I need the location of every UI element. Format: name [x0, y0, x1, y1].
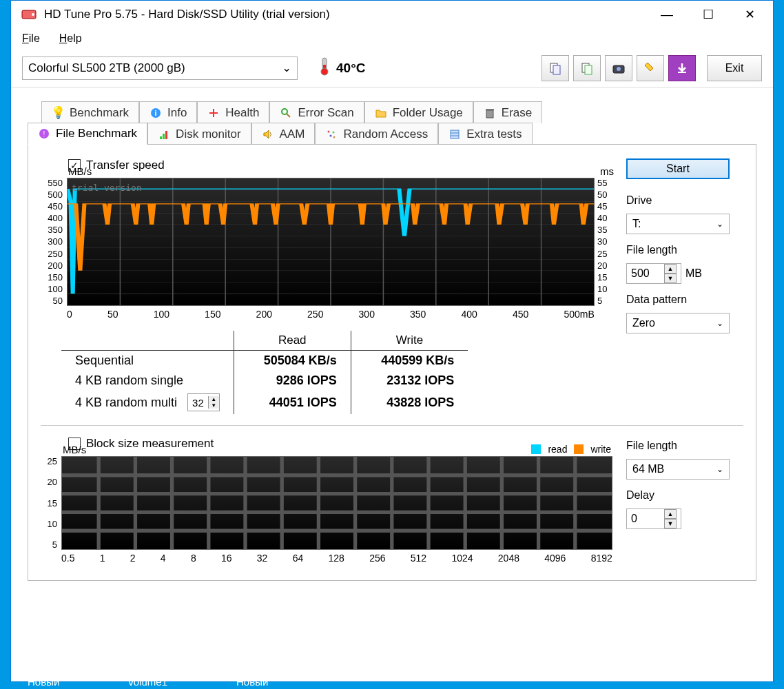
menubar: File Help [11, 28, 773, 49]
transfer-section: ✓ Transfer speed MB/s ms 550500450400350… [41, 158, 615, 414]
speaker-icon [262, 128, 274, 141]
y-axis-right: 555045403530252015105 [595, 178, 615, 306]
svg-point-26 [333, 136, 336, 138]
chevron-down-icon: ⌄ [716, 318, 723, 328]
menu-help[interactable]: Help [59, 32, 82, 45]
desktop-icons: Новый volume1 Новый [28, 676, 268, 688]
y-unit-right: ms [600, 165, 614, 177]
watermark: trial version [72, 183, 142, 193]
extra-icon [448, 128, 461, 141]
transfer-speed-checkbox[interactable]: ✓ Transfer speed [68, 158, 615, 172]
y-axis: 252015105 [41, 456, 60, 550]
svg-point-23 [328, 130, 330, 132]
svg-point-10 [617, 67, 621, 71]
drive-select[interactable]: Colorful SL500 2TB (2000 gB) ⌄ [22, 56, 298, 80]
svg-rect-11 [678, 72, 686, 73]
temperature-value: 40°C [336, 61, 365, 76]
data-pattern-select[interactable]: Zero ⌄ [626, 313, 730, 333]
delay-input[interactable]: 0▲▼ [626, 508, 743, 529]
close-button[interactable]: ✕ [729, 2, 770, 27]
svg-line-15 [287, 114, 290, 117]
svg-point-25 [330, 134, 332, 136]
delay-label: Delay [626, 489, 743, 502]
maximize-button[interactable]: ☐ [688, 2, 729, 27]
drive-letter-select[interactable]: T: ⌄ [626, 214, 730, 234]
toolbar: Colorful SL500 2TB (2000 gB) ⌄ 40°C Exit [11, 49, 773, 88]
folder-icon [375, 107, 387, 119]
copy-text-button[interactable] [573, 55, 601, 81]
tab-file-benchmark[interactable]: ! File Benchmark [28, 123, 147, 145]
tab-disk-monitor[interactable]: Disk monitor [147, 123, 251, 145]
y-unit-left: MB/s [68, 165, 92, 177]
window-controls: — ☐ ✕ [646, 2, 770, 27]
x-axis: 0.512481632641282565121024204840968192 [61, 553, 612, 566]
thermometer-icon [318, 56, 331, 79]
file-length-label: File length [626, 244, 743, 256]
results-header: Read Write [61, 331, 468, 351]
y-axis-left: 55050045040035030025020015010050 [41, 178, 65, 306]
save-button[interactable] [668, 55, 696, 81]
svg-point-1 [32, 13, 34, 16]
copy-info-button[interactable] [541, 55, 569, 81]
exit-button[interactable]: Exit [707, 55, 762, 81]
svg-text:i: i [154, 109, 156, 117]
tab-error-scan[interactable]: Error Scan [269, 101, 364, 123]
info-icon: i [149, 107, 162, 119]
block-file-length-select[interactable]: 64 MB ⌄ [626, 459, 730, 480]
start-button[interactable]: Start [626, 158, 730, 179]
chart-plot: trial version [67, 178, 595, 306]
minimize-button[interactable]: — [646, 2, 688, 27]
search-icon [280, 107, 292, 119]
svg-text:!: ! [43, 130, 45, 138]
tab-aam[interactable]: AAM [251, 123, 316, 145]
monitor-icon [158, 128, 170, 141]
tab-health[interactable]: Health [197, 101, 269, 123]
multi-queue-spinner[interactable]: 32 ▲▼ [187, 393, 220, 411]
results-row-random-single: 4 KB random single 9286 IOPS 23132 IOPS [61, 371, 468, 391]
legend-write-swatch [574, 444, 584, 454]
legend-read-swatch [531, 444, 541, 454]
menu-file[interactable]: File [22, 32, 40, 45]
options-button[interactable] [637, 55, 664, 81]
app-icon [21, 6, 37, 23]
transfer-chart: MB/s ms 55050045040035030025020015010050… [41, 178, 615, 322]
trash-icon [484, 107, 496, 119]
file-benchmark-icon: ! [38, 127, 50, 140]
svg-point-14 [282, 109, 287, 114]
drive-label: Drive [626, 194, 743, 207]
divider [41, 425, 743, 426]
bulb-icon: 💡 [52, 107, 64, 119]
svg-rect-6 [553, 65, 560, 74]
block-chart: MB/s read write 252015105 [41, 456, 615, 566]
x-axis: 050100150200250300350400450500mB [67, 309, 595, 322]
results-row-sequential: Sequential 505084 KB/s 440599 KB/s [61, 351, 468, 371]
svg-point-24 [333, 131, 335, 133]
tab-strip: 💡 Benchmark i Info Health Error Scan Fol… [28, 101, 756, 145]
window-title: HD Tune Pro 5.75 - Hard Disk/SSD Utility… [44, 8, 646, 21]
tab-extra-tests[interactable]: Extra tests [438, 123, 532, 145]
screenshot-button[interactable] [605, 55, 632, 81]
file-length-input[interactable]: 500▲▼ MB [626, 263, 743, 284]
side-panel-1: Start Drive T: ⌄ File length 500▲▼ MB Da… [626, 158, 743, 414]
tab-content: ✓ Transfer speed MB/s ms 550500450400350… [28, 144, 756, 581]
tab-info[interactable]: i Info [139, 101, 197, 123]
svg-point-4 [321, 68, 328, 75]
toolbar-buttons: Exit [541, 55, 762, 81]
tab-benchmark[interactable]: 💡 Benchmark [41, 101, 139, 123]
y-unit: MB/s [63, 444, 86, 455]
results-row-random-multi: 4 KB random multi 32 ▲▼ 44051 IOPS 43828… [61, 391, 468, 414]
results-table: Read Write Sequential 505084 KB/s 440599… [61, 331, 615, 414]
svg-rect-27 [451, 130, 459, 138]
svg-rect-21 [163, 134, 165, 139]
block-section: Block size measurement MB/s read write 2… [41, 437, 615, 566]
svg-rect-17 [486, 109, 494, 110]
tab-folder-usage[interactable]: Folder Usage [364, 101, 473, 123]
tab-erase[interactable]: Erase [473, 101, 542, 123]
file-length-label-2: File length [626, 440, 743, 452]
tab-row-2: ! File Benchmark Disk monitor AAM Random… [28, 123, 756, 145]
random-icon [325, 128, 338, 141]
titlebar: HD Tune Pro 5.75 - Hard Disk/SSD Utility… [11, 1, 773, 28]
tab-random-access[interactable]: Random Access [315, 123, 438, 145]
chart-legend: read write [531, 444, 611, 455]
drive-select-value: Colorful SL500 2TB (2000 gB) [28, 61, 185, 75]
